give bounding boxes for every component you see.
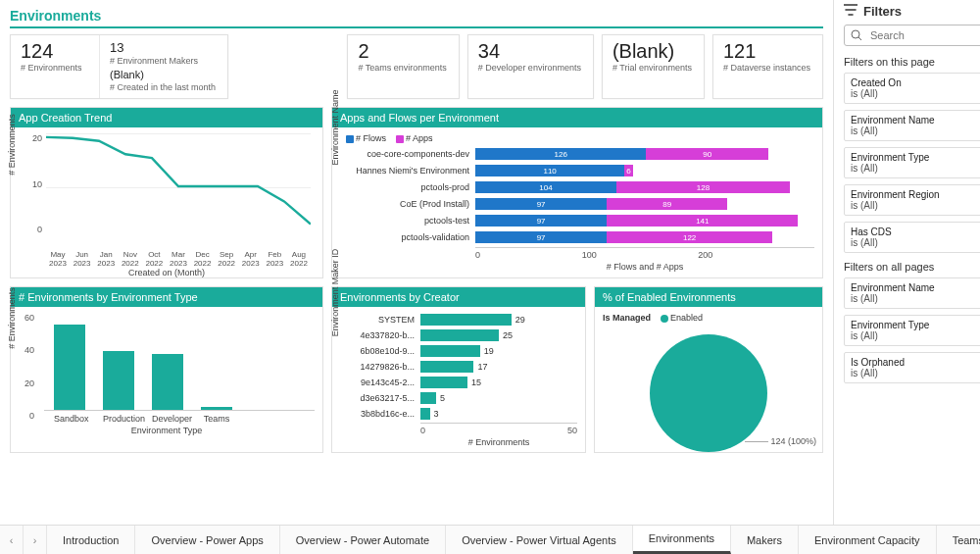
tile-enabled-environments[interactable]: % of Enabled Environments Is Managed Ena… (594, 286, 823, 453)
legend-item: # Flows (356, 133, 386, 143)
bar-category-label: 14279826-b... (346, 362, 420, 372)
kpi-card-dataverse[interactable]: 121# Dataverse instances (712, 34, 823, 99)
legend-title: Is Managed (603, 313, 651, 323)
filter-name: Environment Name (851, 115, 980, 126)
filter-card[interactable]: Created Onis (All)˅ (844, 73, 980, 104)
filter-value: is (All) (851, 200, 980, 211)
bar-segment[interactable] (420, 314, 512, 326)
bar-row: d3e63217-5...5 (346, 391, 577, 404)
tab-prev-button[interactable]: ‹ (0, 526, 24, 554)
filter-card[interactable]: Is Orphanedis (All)˅ (844, 352, 980, 383)
bar-value-label: 5 (440, 393, 445, 403)
x-tick: Aug2022 (287, 250, 311, 268)
page-tab[interactable]: Overview - Power Apps (135, 526, 279, 554)
legend-item: # Apps (406, 133, 433, 143)
donut-chart: 124 (100%) (603, 327, 814, 452)
filter-card[interactable]: Environment Regionis (All)˅ (844, 184, 980, 216)
kpi-card-dev[interactable]: 34# Developer environments (467, 34, 594, 99)
kpi-cards-row: 124 # Environments 13 # Environment Make… (10, 34, 823, 99)
column-bar[interactable] (54, 325, 85, 410)
svg-line-1 (858, 37, 861, 40)
bar-category-label: CoE (Prod Install) (346, 199, 475, 209)
bar-segment[interactable] (420, 345, 480, 357)
bar-row: Hannes Niemi's Environment1106 (346, 164, 814, 177)
bar-segment[interactable]: 6 (624, 165, 632, 176)
x-tick: Nov2022 (119, 250, 142, 268)
bar-segment[interactable]: 90 (646, 148, 768, 160)
bar-row: 3b8bd16c-e...3 (346, 407, 577, 420)
page-tab[interactable]: Overview - Power Automate (280, 526, 446, 554)
page-tab[interactable]: Introduction (47, 526, 135, 554)
filter-value: is (All) (851, 237, 980, 248)
kpi-makers-created: 13 # Environment Makers (Blank) # Create… (99, 35, 227, 98)
kpi-label: # Environment Makers (110, 56, 216, 66)
tile-env-by-creator[interactable]: Environments by Creator Environment Make… (331, 286, 586, 453)
bar-segment[interactable]: 104 (475, 181, 616, 193)
column-bar[interactable] (201, 407, 232, 410)
column-chart (44, 313, 315, 411)
tile-env-by-type[interactable]: # Environments by Environment Type # Env… (10, 286, 323, 453)
page-tab[interactable]: Environment Capacity (799, 526, 937, 554)
filter-card[interactable]: Environment Typeis (All)˅ (844, 147, 980, 178)
kpi-label: # Created in the last month (110, 82, 216, 92)
filter-card[interactable]: Environment Typeis (All)˅ (844, 315, 980, 346)
page-tab[interactable]: Teams Environments (937, 526, 980, 554)
filter-value: is (All) (851, 126, 980, 136)
bar-segment[interactable]: 89 (607, 198, 727, 210)
kpi-card-group-left[interactable]: 124 # Environments 13 # Environment Make… (10, 34, 228, 99)
filters-title: Filters (863, 4, 902, 19)
filter-card[interactable]: Has CDSis (All)˅ (844, 222, 980, 253)
filter-card[interactable]: Environment Nameis (All)˅ (844, 110, 980, 141)
legend-item: Enabled (670, 313, 703, 323)
column-bar[interactable] (152, 354, 183, 410)
bar-segment[interactable]: 128 (616, 181, 790, 193)
filter-card[interactable]: Environment Nameis (All)˅ (844, 277, 980, 309)
search-input[interactable] (868, 28, 980, 42)
kpi-label: # Trial environments (612, 63, 692, 73)
bar-value-label: 19 (484, 346, 494, 356)
filter-name: Environment Name (851, 282, 980, 293)
bar-value-label: 25 (503, 330, 513, 340)
kpi-card-trial[interactable]: (Blank)# Trial environments (602, 34, 705, 99)
bar-segment[interactable] (420, 408, 430, 420)
bar-segment[interactable]: 97 (475, 198, 607, 210)
bar-category-label: 9e143c45-2... (346, 378, 420, 387)
page-tab[interactable]: Makers (731, 526, 799, 554)
bar-segment[interactable]: 110 (475, 165, 624, 176)
tile-app-creation-trend[interactable]: App Creation Trend # Environments 20100 … (10, 107, 323, 278)
bar-row: SYSTEM29 (346, 313, 577, 326)
bar-category-label: Hannes Niemi's Environment (346, 166, 475, 176)
bar-segment[interactable] (420, 361, 473, 373)
bar-segment[interactable]: 126 (475, 148, 646, 160)
kpi-card-teams[interactable]: 2# Teams environments (347, 34, 459, 99)
bar-segment[interactable] (420, 392, 436, 404)
page-tab[interactable]: Environments (633, 526, 731, 554)
filters-search[interactable] (844, 25, 980, 46)
x-axis-label: # Flows and # Apps (475, 262, 814, 272)
x-axis-label: Environment Type (19, 426, 315, 435)
bar-category-label: pctools-prod (346, 182, 475, 192)
bar-segment[interactable]: 141 (607, 215, 798, 227)
bar-segment[interactable]: 97 (475, 215, 607, 227)
filter-section-page: Filters on this page ⋯ (844, 56, 980, 69)
donut-data-label: 124 (100%) (770, 436, 816, 446)
bar-category-label: Production (103, 414, 134, 424)
bar-row: CoE (Prod Install)9789 (346, 197, 814, 211)
bar-segment[interactable]: 97 (475, 231, 607, 243)
kpi-value: 121 (723, 41, 810, 61)
tile-apps-flows[interactable]: Apps and Flows per Environment # Flows #… (331, 107, 823, 278)
column-bar[interactable] (103, 351, 134, 410)
bar-segment[interactable]: 122 (607, 231, 772, 243)
page-title-bar: Environments (10, 6, 823, 28)
kpi-label: # Developer environments (478, 63, 581, 73)
tile-title: Apps and Flows per Environment (332, 108, 822, 127)
tab-next-button[interactable]: › (24, 526, 47, 554)
x-tick: Feb2023 (263, 250, 286, 268)
page-tab[interactable]: Overview - Power Virtual Agents (446, 526, 633, 554)
kpi-value: 2 (358, 41, 446, 61)
bar-category-label: Sandbox (54, 414, 85, 424)
bar-segment[interactable] (420, 377, 467, 388)
bar-segment[interactable] (420, 329, 499, 341)
bar-value-label: 29 (515, 315, 525, 325)
kpi-value: 124 (21, 41, 87, 61)
